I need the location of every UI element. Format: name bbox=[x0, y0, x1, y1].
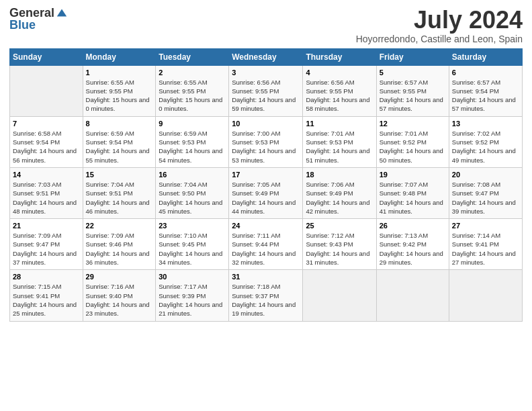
logo-icon bbox=[56, 7, 68, 19]
cell-info: Sunrise: 6:59 AM Sunset: 9:54 PM Dayligh… bbox=[86, 129, 153, 165]
cell-info: Sunrise: 7:13 AM Sunset: 9:42 PM Dayligh… bbox=[380, 231, 446, 267]
calendar-cell: 23 Sunrise: 7:10 AM Sunset: 9:45 PM Dayl… bbox=[156, 219, 229, 270]
header-row: SundayMondayTuesdayWednesdayThursdayFrid… bbox=[10, 48, 523, 65]
cell-date: 1 bbox=[86, 68, 153, 77]
cell-info: Sunrise: 7:15 AM Sunset: 9:41 PM Dayligh… bbox=[13, 282, 80, 318]
cell-date: 16 bbox=[159, 171, 226, 179]
calendar-cell bbox=[303, 270, 376, 321]
calendar-cell: 3 Sunrise: 6:56 AM Sunset: 9:55 PM Dayli… bbox=[229, 65, 303, 116]
calendar-cell: 21 Sunrise: 7:09 AM Sunset: 9:47 PM Dayl… bbox=[10, 219, 83, 270]
cell-date: 20 bbox=[452, 171, 519, 179]
cell-info: Sunrise: 6:55 AM Sunset: 9:55 PM Dayligh… bbox=[159, 78, 226, 113]
weekday-header: Sunday bbox=[10, 48, 83, 65]
cell-date: 10 bbox=[232, 120, 300, 128]
cell-info: Sunrise: 7:17 AM Sunset: 9:39 PM Dayligh… bbox=[159, 282, 226, 318]
cell-date: 11 bbox=[306, 120, 373, 128]
cell-info: Sunrise: 7:07 AM Sunset: 9:48 PM Dayligh… bbox=[380, 180, 446, 216]
calendar-cell bbox=[376, 270, 449, 321]
cell-date: 31 bbox=[232, 273, 300, 281]
cell-info: Sunrise: 7:02 AM Sunset: 9:52 PM Dayligh… bbox=[452, 129, 519, 165]
cell-date: 15 bbox=[86, 171, 153, 179]
cell-info: Sunrise: 7:04 AM Sunset: 9:50 PM Dayligh… bbox=[159, 180, 226, 216]
cell-date: 26 bbox=[380, 222, 446, 230]
calendar-cell: 20 Sunrise: 7:08 AM Sunset: 9:47 PM Dayl… bbox=[449, 167, 522, 218]
cell-date: 22 bbox=[86, 222, 153, 230]
cell-date: 13 bbox=[452, 120, 519, 128]
calendar-cell: 16 Sunrise: 7:04 AM Sunset: 9:50 PM Dayl… bbox=[156, 167, 229, 218]
cell-date: 25 bbox=[306, 222, 373, 230]
cell-info: Sunrise: 6:59 AM Sunset: 9:53 PM Dayligh… bbox=[159, 129, 226, 165]
logo-block: General Blue bbox=[9, 7, 68, 32]
location-title: Hoyorredondo, Castille and Leon, Spain bbox=[356, 34, 523, 44]
logo-general: General bbox=[9, 7, 54, 19]
calendar-cell: 27 Sunrise: 7:14 AM Sunset: 9:41 PM Dayl… bbox=[449, 219, 522, 270]
cell-info: Sunrise: 7:08 AM Sunset: 9:47 PM Dayligh… bbox=[452, 180, 519, 216]
cell-date: 5 bbox=[380, 68, 446, 77]
weekday-header: Tuesday bbox=[156, 48, 229, 65]
calendar-cell: 30 Sunrise: 7:17 AM Sunset: 9:39 PM Dayl… bbox=[156, 270, 229, 321]
weekday-header: Thursday bbox=[303, 48, 376, 65]
cell-date: 27 bbox=[452, 222, 519, 230]
cell-info: Sunrise: 7:18 AM Sunset: 9:37 PM Dayligh… bbox=[232, 282, 300, 318]
cell-info: Sunrise: 7:06 AM Sunset: 9:49 PM Dayligh… bbox=[306, 180, 373, 216]
calendar-cell: 26 Sunrise: 7:13 AM Sunset: 9:42 PM Dayl… bbox=[376, 219, 449, 270]
cell-date: 28 bbox=[13, 273, 80, 281]
calendar-week-row: 7 Sunrise: 6:58 AM Sunset: 9:54 PM Dayli… bbox=[10, 116, 523, 167]
calendar-cell: 29 Sunrise: 7:16 AM Sunset: 9:40 PM Dayl… bbox=[83, 270, 156, 321]
calendar-cell: 25 Sunrise: 7:12 AM Sunset: 9:43 PM Dayl… bbox=[303, 219, 376, 270]
cell-info: Sunrise: 7:00 AM Sunset: 9:53 PM Dayligh… bbox=[232, 129, 300, 165]
cell-info: Sunrise: 7:09 AM Sunset: 9:47 PM Dayligh… bbox=[13, 231, 80, 267]
calendar-week-row: 1 Sunrise: 6:55 AM Sunset: 9:55 PM Dayli… bbox=[10, 65, 523, 116]
cell-date: 9 bbox=[159, 120, 226, 128]
cell-info: Sunrise: 6:57 AM Sunset: 9:54 PM Dayligh… bbox=[452, 78, 519, 113]
calendar-week-row: 14 Sunrise: 7:03 AM Sunset: 9:51 PM Dayl… bbox=[10, 167, 523, 218]
cell-info: Sunrise: 7:14 AM Sunset: 9:41 PM Dayligh… bbox=[452, 231, 519, 267]
cell-date: 18 bbox=[306, 171, 373, 179]
cell-date: 19 bbox=[380, 171, 446, 179]
calendar-cell: 14 Sunrise: 7:03 AM Sunset: 9:51 PM Dayl… bbox=[10, 167, 83, 218]
calendar-week-row: 28 Sunrise: 7:15 AM Sunset: 9:41 PM Dayl… bbox=[10, 270, 523, 321]
cell-date: 4 bbox=[306, 68, 373, 77]
month-title: July 2024 bbox=[356, 7, 523, 34]
title-block: July 2024 Hoyorredondo, Castille and Leo… bbox=[356, 7, 523, 44]
calendar-cell bbox=[10, 65, 83, 116]
cell-date: 6 bbox=[452, 68, 519, 77]
cell-date: 17 bbox=[232, 171, 300, 179]
calendar-cell: 2 Sunrise: 6:55 AM Sunset: 9:55 PM Dayli… bbox=[156, 65, 229, 116]
calendar-table: SundayMondayTuesdayWednesdayThursdayFrid… bbox=[9, 48, 523, 322]
cell-info: Sunrise: 6:56 AM Sunset: 9:55 PM Dayligh… bbox=[306, 78, 373, 113]
cell-info: Sunrise: 7:03 AM Sunset: 9:51 PM Dayligh… bbox=[13, 180, 80, 216]
calendar-cell: 1 Sunrise: 6:55 AM Sunset: 9:55 PM Dayli… bbox=[83, 65, 156, 116]
cell-info: Sunrise: 7:01 AM Sunset: 9:53 PM Dayligh… bbox=[306, 129, 373, 165]
cell-info: Sunrise: 7:05 AM Sunset: 9:49 PM Dayligh… bbox=[232, 180, 300, 216]
calendar-cell: 9 Sunrise: 6:59 AM Sunset: 9:53 PM Dayli… bbox=[156, 116, 229, 167]
calendar-cell bbox=[449, 270, 522, 321]
cell-info: Sunrise: 7:04 AM Sunset: 9:51 PM Dayligh… bbox=[86, 180, 153, 216]
weekday-header: Friday bbox=[376, 48, 449, 65]
svg-marker-0 bbox=[57, 9, 66, 17]
cell-info: Sunrise: 7:11 AM Sunset: 9:44 PM Dayligh… bbox=[232, 231, 300, 267]
cell-info: Sunrise: 6:56 AM Sunset: 9:55 PM Dayligh… bbox=[232, 78, 300, 113]
calendar-cell: 7 Sunrise: 6:58 AM Sunset: 9:54 PM Dayli… bbox=[10, 116, 83, 167]
page-container: General Blue July 2024 Hoyorredondo, Cas… bbox=[0, 0, 532, 328]
cell-info: Sunrise: 7:12 AM Sunset: 9:43 PM Dayligh… bbox=[306, 231, 373, 267]
cell-date: 3 bbox=[232, 68, 300, 77]
calendar-cell: 11 Sunrise: 7:01 AM Sunset: 9:53 PM Dayl… bbox=[303, 116, 376, 167]
cell-info: Sunrise: 7:09 AM Sunset: 9:46 PM Dayligh… bbox=[86, 231, 153, 267]
calendar-cell: 6 Sunrise: 6:57 AM Sunset: 9:54 PM Dayli… bbox=[449, 65, 522, 116]
header: General Blue July 2024 Hoyorredondo, Cas… bbox=[9, 7, 523, 44]
cell-info: Sunrise: 7:01 AM Sunset: 9:52 PM Dayligh… bbox=[380, 129, 446, 165]
weekday-header: Saturday bbox=[449, 48, 522, 65]
cell-date: 14 bbox=[13, 171, 80, 179]
calendar-cell: 18 Sunrise: 7:06 AM Sunset: 9:49 PM Dayl… bbox=[303, 167, 376, 218]
cell-date: 2 bbox=[159, 68, 226, 77]
calendar-cell: 12 Sunrise: 7:01 AM Sunset: 9:52 PM Dayl… bbox=[376, 116, 449, 167]
calendar-cell: 24 Sunrise: 7:11 AM Sunset: 9:44 PM Dayl… bbox=[229, 219, 303, 270]
cell-info: Sunrise: 6:58 AM Sunset: 9:54 PM Dayligh… bbox=[13, 129, 80, 165]
calendar-cell: 10 Sunrise: 7:00 AM Sunset: 9:53 PM Dayl… bbox=[229, 116, 303, 167]
cell-date: 29 bbox=[86, 273, 153, 281]
logo: General Blue bbox=[9, 7, 68, 32]
cell-date: 21 bbox=[13, 222, 80, 230]
calendar-cell: 4 Sunrise: 6:56 AM Sunset: 9:55 PM Dayli… bbox=[303, 65, 376, 116]
calendar-cell: 28 Sunrise: 7:15 AM Sunset: 9:41 PM Dayl… bbox=[10, 270, 83, 321]
